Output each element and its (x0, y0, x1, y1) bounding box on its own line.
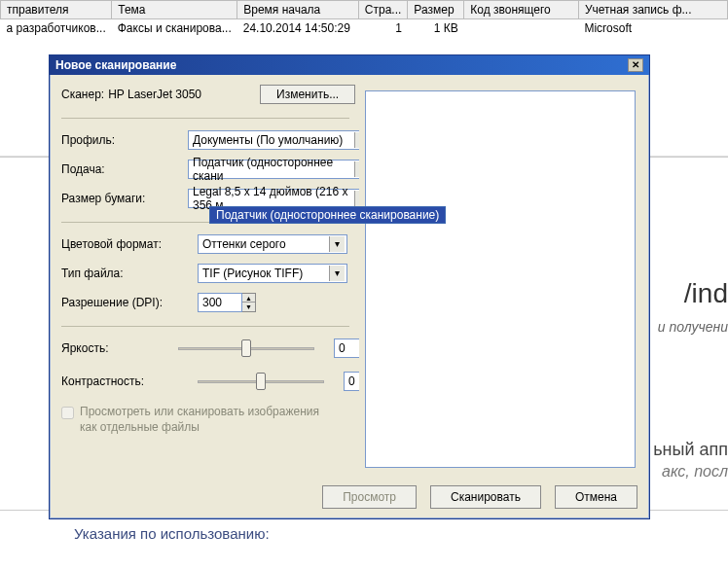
close-button[interactable]: ✕ (628, 58, 643, 72)
titlebar[interactable]: Новое сканирование ✕ (50, 55, 649, 75)
preview-pane (359, 85, 641, 474)
cell-pages: 1 (358, 19, 408, 38)
bg-text-line2: акс, посл (662, 463, 728, 481)
feed-dropdown[interactable]: Податчик (одностороннее сканирование) (209, 206, 446, 224)
cell-account: Microsoft (578, 19, 727, 38)
cell-size: 1 КВ (408, 19, 464, 38)
brightness-label: Яркость: (61, 341, 178, 355)
background-list: тправителя Тема Время начала Стра... Раз… (0, 0, 728, 37)
divider (61, 326, 349, 327)
dpi-spinner[interactable]: ▲ ▼ (198, 293, 256, 312)
new-scan-dialog: Новое сканирование ✕ Сканер: HP LaserJet… (49, 54, 650, 519)
preview-button[interactable]: Просмотр (322, 485, 417, 509)
profile-select[interactable]: Документы (По умолчанию) (188, 130, 373, 150)
color-label: Цветовой формат: (61, 237, 198, 251)
dpi-label: Разрешение (DPI): (61, 296, 198, 309)
file-select[interactable]: TIF (Рисунок TIFF) (198, 264, 347, 283)
feed-option-single-sided[interactable]: Податчик (одностороннее сканирование) (210, 207, 445, 223)
cell-caller (464, 19, 579, 38)
col-pages[interactable]: Стра... (358, 1, 408, 19)
cancel-button[interactable]: Отмена (555, 485, 637, 509)
color-select[interactable]: Оттенки серого (198, 234, 347, 254)
feed-value: Податчик (одностороннее скани (193, 156, 354, 183)
scan-button[interactable]: Сканировать (430, 485, 541, 509)
preview-canvas (365, 90, 636, 468)
contrast-label: Контрастность: (61, 374, 178, 388)
col-caller[interactable]: Код звонящего (464, 1, 579, 19)
bg-text-line1: ьный апп (653, 440, 728, 460)
col-size[interactable]: Размер (408, 1, 464, 19)
spinner-up-icon[interactable]: ▲ (242, 294, 255, 303)
color-value: Оттенки серого (202, 237, 286, 251)
file-label: Тип файла: (61, 267, 198, 280)
col-subject[interactable]: Тема (112, 1, 237, 19)
slider-thumb[interactable] (241, 339, 251, 357)
col-account[interactable]: Учетная запись ф... (578, 1, 727, 19)
feed-select[interactable]: Податчик (одностороннее скани (188, 160, 373, 179)
cell-subject: Факсы и сканирова... (112, 19, 237, 38)
profile-label: Профиль: (61, 133, 188, 147)
table-row[interactable]: а разработчиков... Факсы и сканирова... … (1, 19, 728, 38)
paper-select[interactable]: Legal 8,5 x 14 дюймов (216 x 356 м (188, 189, 373, 208)
col-time[interactable]: Время начала (237, 1, 359, 19)
cell-sender: а разработчиков... (1, 19, 112, 38)
separate-files-label: Просмотреть или сканировать изображения … (80, 405, 333, 435)
cell-time: 24.10.2014 14:50:29 (237, 19, 359, 38)
bg-subtitle: и получени (658, 319, 728, 335)
file-value: TIF (Рисунок TIFF) (202, 267, 303, 280)
separate-files-checkbox (61, 407, 74, 419)
divider (61, 118, 349, 119)
dpi-input[interactable] (198, 293, 242, 312)
scanner-label: Сканер: (61, 88, 104, 101)
change-scanner-button[interactable]: Изменить... (260, 85, 355, 104)
usage-heading: Указания по использованию: (74, 525, 270, 542)
profile-value: Документы (По умолчанию) (193, 133, 343, 147)
feed-label: Подача: (61, 162, 188, 176)
close-icon: ✕ (632, 59, 639, 70)
bg-brand-text: /ind (684, 278, 728, 309)
spinner-down-icon[interactable]: ▼ (242, 303, 255, 311)
scanner-name: HP LaserJet 3050 (108, 88, 201, 101)
slider-thumb[interactable] (256, 373, 266, 390)
paper-label: Размер бумаги: (61, 192, 188, 205)
brightness-slider[interactable] (178, 338, 314, 358)
dialog-title: Новое сканирование (55, 58, 176, 72)
col-sender[interactable]: тправителя (1, 1, 112, 19)
contrast-slider[interactable] (198, 372, 324, 391)
